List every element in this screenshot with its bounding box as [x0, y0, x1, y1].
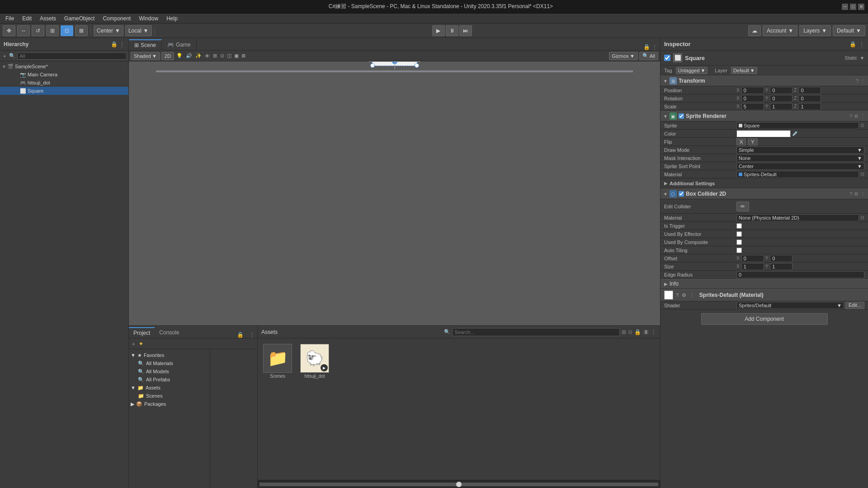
physics-material-field[interactable]: None (Physics Material 2D): [736, 214, 859, 221]
size-y-field[interactable]: 1: [770, 263, 793, 270]
sprite-renderer-enabled[interactable]: [679, 113, 684, 119]
project-add-btn[interactable]: +: [131, 341, 136, 347]
rot-y-field[interactable]: 0: [770, 95, 793, 102]
is-trigger-checkbox[interactable]: [736, 223, 742, 229]
assets-more-icon[interactable]: ⋮: [651, 329, 656, 335]
2d-button[interactable]: 2D: [161, 52, 174, 60]
audio-icon[interactable]: 🔊: [185, 53, 193, 59]
tool-hand[interactable]: ✥: [3, 25, 15, 36]
tab-project[interactable]: Project: [129, 327, 155, 338]
transform-header[interactable]: ▼ ⊞ Transform ? ⋮: [660, 75, 868, 86]
hierarchy-item-samplescene[interactable]: ▼ 🎬 SampleScene* ⋮: [0, 62, 128, 70]
hierarchy-lock-icon[interactable]: 🔒: [111, 41, 118, 47]
step-button[interactable]: ⏭: [459, 25, 472, 36]
assets-scrollbar[interactable]: [258, 480, 660, 488]
handle-bl[interactable]: [370, 63, 375, 68]
project-lock-icon[interactable]: 🔒: [234, 332, 246, 338]
shader-dropdown[interactable]: Sprites/Default ▼: [736, 302, 844, 309]
effects-icon[interactable]: ✨: [194, 53, 203, 59]
sprite-select-icon[interactable]: ⊙: [860, 122, 864, 128]
scene-more-icon[interactable]: ⋮: [652, 44, 657, 50]
color-pipette-icon[interactable]: 💉: [792, 131, 798, 136]
tab-game[interactable]: 🎮 Game: [162, 39, 197, 50]
box-collider-header[interactable]: ▼ ⬡ Box Collider 2D ? ⚙ ⋮: [660, 188, 868, 199]
space-dropdown[interactable]: Local ▼: [125, 25, 152, 36]
proj-favorites-header[interactable]: ▼ ★ Favorites: [129, 351, 210, 359]
edge-radius-field[interactable]: 0: [736, 271, 864, 278]
layout-dropdown[interactable]: Default ▼: [833, 25, 865, 36]
tool-rotate[interactable]: ↺: [32, 25, 44, 36]
scene-extra-icon3[interactable]: ▣: [233, 53, 240, 59]
sprite-field[interactable]: Square: [736, 122, 859, 129]
rot-x-field[interactable]: 0: [741, 95, 764, 102]
tool-transform[interactable]: ⊠: [75, 25, 88, 36]
scene-extra-icon2[interactable]: ◫: [226, 53, 232, 59]
hide-icon[interactable]: 👁: [204, 53, 211, 59]
menu-edit[interactable]: Edit: [19, 14, 35, 23]
proj-all-prefabs[interactable]: 🔍 All Prefabs: [129, 375, 210, 384]
pause-button[interactable]: ⏸: [446, 25, 458, 36]
pos-x-field[interactable]: 0: [741, 87, 764, 94]
sprite-renderer-help-icon[interactable]: ?: [849, 113, 852, 119]
play-button[interactable]: ▶: [432, 25, 445, 36]
proj-all-materials[interactable]: 🔍 All Materials: [129, 359, 210, 367]
mask-interaction-dropdown[interactable]: None ▼: [736, 155, 864, 162]
layers-dropdown[interactable]: Layers ▼: [799, 25, 831, 36]
add-component-button[interactable]: Add Component: [701, 313, 828, 325]
pos-z-field[interactable]: 0: [798, 87, 821, 94]
box-collider-menu-icon[interactable]: ⋮: [860, 191, 865, 197]
project-more-icon[interactable]: ⋮: [246, 332, 257, 338]
box-collider-enabled[interactable]: [679, 191, 684, 197]
material-section-header[interactable]: ? ⚙ ⋮ Sprites-Default (Material): [660, 289, 868, 301]
all-dropdown[interactable]: 🔍 All: [639, 52, 658, 60]
assets-lock-icon[interactable]: 🔒: [634, 329, 641, 335]
assets-count-btn[interactable]: 8: [643, 329, 649, 335]
size-x-field[interactable]: 1: [741, 263, 764, 270]
box-collider-help-icon[interactable]: ?: [849, 191, 852, 197]
assets-search-input[interactable]: [452, 328, 619, 336]
sprite-renderer-header[interactable]: ▼ ▣ Sprite Renderer ? ⚙ ⋮: [660, 111, 868, 122]
transform-help-icon[interactable]: ?: [856, 78, 859, 84]
layer-dropdown[interactable]: Default ▼: [731, 67, 757, 74]
rot-z-field[interactable]: 0: [798, 95, 821, 102]
proj-assets-header[interactable]: ▼ 📁 Assets: [129, 384, 210, 392]
material-section-menu-icon[interactable]: ⋮: [690, 292, 695, 298]
info-header[interactable]: ▶ Info: [660, 279, 868, 289]
offset-y-field[interactable]: 0: [770, 255, 793, 262]
assets-scroll-slider[interactable]: [259, 483, 658, 486]
offset-x-field[interactable]: 0: [741, 255, 764, 262]
scale-x-field[interactable]: 5: [741, 103, 764, 110]
hierarchy-item-square[interactable]: ⬜ Square: [0, 87, 128, 95]
asset-item-scenes[interactable]: 📁 Scenes: [261, 342, 294, 380]
menu-gameobject[interactable]: GameObject: [61, 14, 98, 23]
inspector-more-icon[interactable]: ⋮: [859, 41, 864, 47]
scene-object-square[interactable]: [372, 61, 417, 66]
color-picker[interactable]: [736, 130, 791, 137]
scale-y-field[interactable]: 1: [770, 103, 793, 110]
pos-y-field[interactable]: 0: [770, 87, 793, 94]
transform-menu-icon[interactable]: ⋮: [860, 78, 865, 84]
used-by-composite-checkbox[interactable]: [736, 239, 742, 245]
proj-scenes-folder[interactable]: 📁 Scenes: [129, 392, 210, 400]
assets-filter-icon[interactable]: ⊙: [628, 329, 632, 335]
maximize-button[interactable]: □: [850, 4, 856, 10]
tab-scene[interactable]: ⊞ Scene: [129, 39, 162, 50]
material-select-icon[interactable]: ⊙: [860, 171, 864, 177]
scale-z-field[interactable]: 1: [798, 103, 821, 110]
grid-icon[interactable]: ⊞: [212, 53, 218, 59]
window-controls[interactable]: ─ □ ✕: [842, 4, 864, 10]
menu-help[interactable]: Help: [163, 14, 181, 23]
draw-mode-dropdown[interactable]: Simple ▼: [736, 146, 864, 154]
hierarchy-add-btn[interactable]: +: [2, 53, 7, 59]
gizmos-dropdown[interactable]: Gizmos ▼: [609, 52, 638, 60]
scene-lock-icon[interactable]: 🔒: [643, 44, 650, 50]
used-by-effector-checkbox[interactable]: [736, 231, 742, 237]
auto-tiling-checkbox[interactable]: [736, 248, 742, 253]
static-arrow-icon[interactable]: ▼: [860, 56, 864, 61]
light-icon[interactable]: 💡: [175, 53, 184, 59]
close-button[interactable]: ✕: [858, 4, 864, 10]
sprite-renderer-settings-icon[interactable]: ⚙: [854, 113, 859, 119]
shading-dropdown[interactable]: Shaded ▼: [131, 52, 160, 60]
shader-edit-btn[interactable]: Edit...: [845, 302, 864, 309]
proj-all-models[interactable]: 🔍 All Models: [129, 367, 210, 375]
